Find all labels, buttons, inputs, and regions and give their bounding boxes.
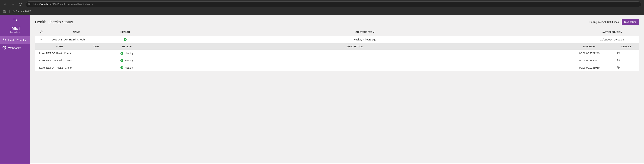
browser-chrome: https://localhost:5001/healthchecks-ui#/… — [0, 0, 644, 15]
dcol-details: DETAILS — [614, 43, 639, 50]
drow-tags — [84, 57, 109, 64]
dcol-duration: DURATION — [565, 43, 614, 50]
url-path: :5001/healthchecks-ui#/healthchecks — [52, 3, 93, 6]
stethoscope-icon — [2, 38, 6, 42]
browser-toolbar: https://localhost:5001/healthchecks-ui#/… — [0, 0, 644, 9]
page-title: Health Checks Status — [35, 20, 73, 24]
arrow-right-icon — [11, 3, 14, 6]
drow-name: I Love .NET IDP Health Check — [35, 57, 84, 64]
svg-rect-3 — [4, 12, 4, 13]
drow-description — [145, 64, 565, 71]
sidebar: ..NET foundation Health Checks Webhooks — [0, 15, 30, 164]
bookmark-rx[interactable]: RX — [12, 10, 19, 13]
folder-icon — [21, 10, 24, 13]
dcol-name: NAME — [35, 43, 84, 50]
plus-circle-icon[interactable] — [40, 30, 43, 33]
details-row: I Love .NET DB Health CheckHealthy00:00:… — [35, 50, 639, 57]
forward-button[interactable] — [10, 2, 16, 7]
history-icon[interactable] — [617, 52, 620, 54]
drow-details — [614, 50, 639, 57]
health-label: Healthy — [125, 66, 133, 69]
header-expander — [35, 28, 48, 36]
row-last-execution: 01/11/2024, 19:07:04 — [585, 36, 639, 43]
col-last-execution: LAST EXECUTION — [585, 28, 639, 36]
drow-tags — [84, 64, 109, 71]
details-header: NAME TAGS HEALTH DESCRIPTION DURATION DE… — [35, 43, 639, 50]
row-health — [105, 36, 145, 43]
brand-logo: ..NET foundation — [0, 25, 30, 36]
check-circle-icon — [120, 59, 123, 62]
table-row[interactable]: I Love .NET API Health Checks Healthy 4 … — [35, 36, 639, 43]
details-table: NAME TAGS HEALTH DESCRIPTION DURATION DE… — [35, 43, 639, 71]
bookmarks-bar: RX TWKS — [0, 9, 644, 15]
history-icon[interactable] — [617, 66, 620, 69]
polling-value: 3600 — [607, 21, 613, 24]
check-circle-icon — [120, 66, 123, 69]
drow-description — [145, 57, 565, 64]
history-icon[interactable] — [617, 59, 620, 62]
check-circle-icon — [124, 38, 126, 41]
drow-health: Healthy — [109, 50, 145, 57]
drow-health: Healthy — [109, 64, 145, 71]
dcol-description: DESCRIPTION — [145, 43, 565, 50]
back-button[interactable] — [3, 2, 8, 7]
col-on-state-from: ON STATE FROM — [145, 28, 585, 36]
menu-collapse-icon — [13, 18, 17, 22]
drow-details — [614, 57, 639, 64]
menu-toggle-button[interactable] — [0, 15, 30, 25]
drow-duration: 00:00:00.3482807 — [565, 57, 614, 64]
drow-name: I Love .NET URI Health Check — [35, 64, 84, 71]
details-row: I Love .NET URI Health CheckHealthy00:00… — [35, 64, 639, 71]
dcol-health: HEALTH — [109, 43, 145, 50]
viewport: ..NET foundation Health Checks Webhooks … — [0, 15, 644, 164]
url-bar[interactable]: https://localhost:5001/healthchecks-ui#/… — [26, 2, 641, 7]
reload-icon — [19, 3, 22, 6]
minus-icon — [40, 38, 43, 41]
reload-button[interactable] — [18, 2, 23, 7]
polling-suffix: secs — [613, 21, 619, 24]
bookmark-label: TWKS — [25, 10, 31, 13]
row-name: I Love .NET API Health Checks — [48, 36, 105, 43]
polling-text: Polling interval: 3600 secs — [589, 21, 619, 24]
sidebar-item-label: Health Checks — [8, 39, 26, 42]
drow-name: I Love .NET DB Health Check — [35, 50, 84, 57]
table-header: NAME HEALTH ON STATE FROM LAST EXECUTION — [35, 28, 639, 36]
healthchecks-table: NAME HEALTH ON STATE FROM LAST EXECUTION — [35, 28, 639, 43]
gear-icon — [2, 46, 6, 50]
svg-rect-2 — [5, 10, 6, 11]
url-scheme: https:// — [33, 3, 40, 6]
svg-point-5 — [6, 39, 6, 40]
svg-rect-4 — [5, 12, 6, 13]
health-label: Healthy — [125, 59, 133, 62]
polling-prefix: Polling interval: — [589, 21, 607, 24]
sidebar-item-label: Webhooks — [8, 46, 21, 50]
arrow-left-icon — [4, 3, 7, 6]
globe-icon — [28, 3, 31, 6]
dcol-tags: TAGS — [84, 43, 109, 50]
svg-point-6 — [4, 47, 5, 48]
row-on-state-from: Healthy 4 hours ago — [145, 36, 585, 43]
drow-duration: 00:00:00.2722249 — [565, 50, 614, 57]
sidebar-item-webhooks[interactable]: Webhooks — [0, 44, 30, 52]
check-circle-icon — [120, 52, 123, 55]
col-health: HEALTH — [105, 28, 145, 36]
apps-grid-icon[interactable] — [3, 10, 6, 13]
drow-tags — [84, 50, 109, 57]
col-name: NAME — [48, 28, 105, 36]
header-row: Health Checks Status Polling interval: 3… — [35, 19, 639, 25]
brand-name: ..NET — [10, 26, 20, 31]
url-text: https://localhost:5001/healthchecks-ui#/… — [33, 3, 93, 6]
polling-info: Polling interval: 3600 secs Stop polling — [589, 19, 639, 25]
details-panel: NAME TAGS HEALTH DESCRIPTION DURATION DE… — [35, 43, 639, 71]
bookmark-label: RX — [16, 10, 19, 13]
details-row: I Love .NET IDP Health CheckHealthy00:00… — [35, 57, 639, 64]
drow-health: Healthy — [109, 57, 145, 64]
drow-description — [145, 50, 565, 57]
url-host: localhost — [40, 3, 52, 6]
stop-polling-button[interactable]: Stop polling — [622, 19, 639, 25]
bookmark-twks[interactable]: TWKS — [21, 10, 31, 13]
row-expander[interactable] — [35, 36, 48, 43]
drow-details — [614, 64, 639, 71]
svg-rect-1 — [4, 10, 4, 11]
sidebar-item-health-checks[interactable]: Health Checks — [0, 36, 30, 44]
